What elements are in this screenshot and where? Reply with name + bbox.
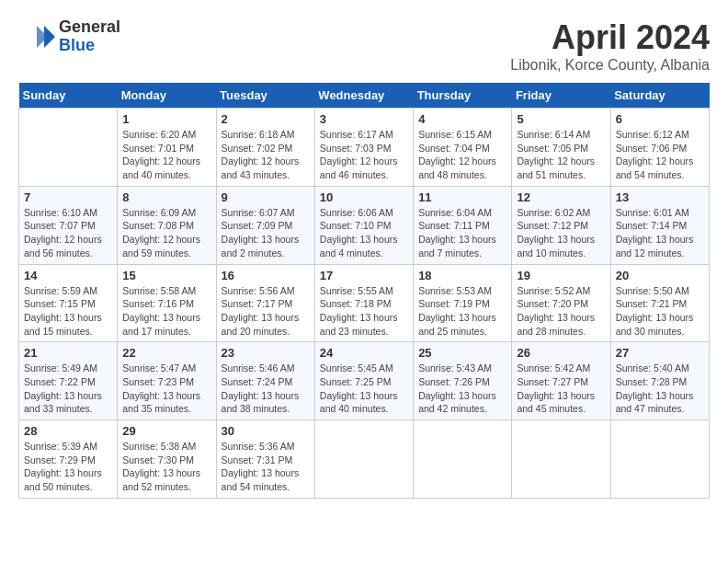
column-header-saturday: Saturday: [610, 83, 709, 109]
logo: General Blue: [18, 18, 120, 55]
day-info: Sunrise: 5:49 AM Sunset: 7:22 PM Dayligh…: [24, 362, 112, 416]
day-number: 25: [418, 346, 506, 360]
day-info: Sunrise: 5:56 AM Sunset: 7:17 PM Dayligh…: [222, 284, 310, 339]
calendar-cell: 22Sunrise: 5:47 AM Sunset: 7:23 PM Dayli…: [118, 342, 216, 420]
calendar-cell: [314, 420, 413, 499]
calendar-week-4: 21Sunrise: 5:49 AM Sunset: 7:22 PM Dayli…: [19, 342, 710, 420]
day-info: Sunrise: 6:14 AM Sunset: 7:05 PM Dayligh…: [517, 128, 605, 182]
calendar-week-5: 28Sunrise: 5:39 AM Sunset: 7:29 PM Dayli…: [19, 420, 710, 499]
page-header: General Blue April 2024 Libonik, Korce C…: [18, 18, 710, 74]
day-info: Sunrise: 6:06 AM Sunset: 7:10 PM Dayligh…: [320, 206, 408, 260]
day-info: Sunrise: 6:15 AM Sunset: 7:04 PM Dayligh…: [418, 128, 506, 182]
calendar-cell: 14Sunrise: 5:59 AM Sunset: 7:15 PM Dayli…: [19, 264, 118, 342]
day-info: Sunrise: 6:12 AM Sunset: 7:06 PM Dayligh…: [616, 128, 704, 182]
calendar-cell: 16Sunrise: 5:56 AM Sunset: 7:17 PM Dayli…: [216, 264, 314, 342]
calendar-cell: 26Sunrise: 5:42 AM Sunset: 7:27 PM Dayli…: [512, 342, 610, 420]
calendar-table: SundayMondayTuesdayWednesdayThursdayFrid…: [18, 83, 710, 499]
calendar-cell: 10Sunrise: 6:06 AM Sunset: 7:10 PM Dayli…: [314, 186, 413, 264]
logo-blue: Blue: [59, 37, 120, 55]
day-info: Sunrise: 6:20 AM Sunset: 7:01 PM Dayligh…: [122, 128, 210, 182]
calendar-cell: 17Sunrise: 5:55 AM Sunset: 7:18 PM Dayli…: [314, 264, 413, 342]
day-info: Sunrise: 5:39 AM Sunset: 7:29 PM Dayligh…: [24, 440, 112, 494]
day-number: 21: [24, 346, 112, 360]
calendar-cell: 7Sunrise: 6:10 AM Sunset: 7:07 PM Daylig…: [19, 186, 118, 264]
day-number: 19: [517, 269, 605, 282]
day-number: 14: [24, 269, 112, 282]
day-number: 29: [122, 424, 210, 438]
location: Libonik, Korce County, Albania: [510, 57, 710, 74]
day-info: Sunrise: 5:47 AM Sunset: 7:23 PM Dayligh…: [122, 362, 210, 416]
calendar-cell: [512, 420, 610, 499]
column-header-sunday: Sunday: [19, 83, 118, 109]
day-info: Sunrise: 5:50 AM Sunset: 7:21 PM Dayligh…: [616, 284, 704, 339]
calendar-cell: 24Sunrise: 5:45 AM Sunset: 7:25 PM Dayli…: [314, 342, 413, 420]
day-info: Sunrise: 6:18 AM Sunset: 7:02 PM Dayligh…: [222, 128, 310, 182]
logo-text: General Blue: [59, 18, 120, 55]
calendar-cell: 28Sunrise: 5:39 AM Sunset: 7:29 PM Dayli…: [19, 420, 118, 499]
day-number: 28: [24, 424, 112, 438]
day-number: 12: [517, 190, 605, 204]
day-number: 15: [122, 269, 210, 282]
day-info: Sunrise: 6:01 AM Sunset: 7:14 PM Dayligh…: [616, 206, 704, 260]
day-number: 13: [616, 190, 704, 204]
calendar-week-3: 14Sunrise: 5:59 AM Sunset: 7:15 PM Dayli…: [19, 264, 710, 342]
day-number: 20: [616, 269, 704, 282]
calendar-cell: 6Sunrise: 6:12 AM Sunset: 7:06 PM Daylig…: [610, 109, 709, 187]
calendar-cell: 30Sunrise: 5:36 AM Sunset: 7:31 PM Dayli…: [216, 420, 314, 499]
day-info: Sunrise: 5:45 AM Sunset: 7:25 PM Dayligh…: [320, 362, 408, 416]
day-number: 1: [122, 112, 210, 126]
calendar-cell: 12Sunrise: 6:02 AM Sunset: 7:12 PM Dayli…: [512, 186, 610, 264]
day-info: Sunrise: 5:38 AM Sunset: 7:30 PM Dayligh…: [122, 440, 210, 494]
calendar-cell: 11Sunrise: 6:04 AM Sunset: 7:11 PM Dayli…: [414, 186, 512, 264]
calendar-cell: [19, 109, 118, 187]
day-info: Sunrise: 5:58 AM Sunset: 7:16 PM Dayligh…: [122, 284, 210, 339]
calendar-cell: 5Sunrise: 6:14 AM Sunset: 7:05 PM Daylig…: [512, 109, 610, 187]
day-info: Sunrise: 6:09 AM Sunset: 7:08 PM Dayligh…: [122, 206, 210, 260]
title-block: April 2024 Libonik, Korce County, Albani…: [510, 18, 710, 74]
day-info: Sunrise: 5:53 AM Sunset: 7:19 PM Dayligh…: [418, 284, 506, 339]
calendar-cell: [610, 420, 709, 499]
day-info: Sunrise: 5:55 AM Sunset: 7:18 PM Dayligh…: [320, 284, 408, 339]
day-info: Sunrise: 5:40 AM Sunset: 7:28 PM Dayligh…: [616, 362, 704, 416]
day-info: Sunrise: 5:43 AM Sunset: 7:26 PM Dayligh…: [418, 362, 506, 416]
day-number: 24: [320, 346, 408, 360]
calendar-cell: 29Sunrise: 5:38 AM Sunset: 7:30 PM Dayli…: [118, 420, 216, 499]
day-number: 23: [222, 346, 310, 360]
column-header-tuesday: Tuesday: [216, 83, 314, 109]
calendar-cell: 3Sunrise: 6:17 AM Sunset: 7:03 PM Daylig…: [314, 109, 413, 187]
day-number: 4: [418, 112, 506, 126]
calendar-cell: 23Sunrise: 5:46 AM Sunset: 7:24 PM Dayli…: [216, 342, 314, 420]
column-header-monday: Monday: [118, 83, 216, 109]
day-number: 7: [24, 190, 112, 204]
calendar-cell: 4Sunrise: 6:15 AM Sunset: 7:04 PM Daylig…: [414, 109, 512, 187]
day-info: Sunrise: 6:02 AM Sunset: 7:12 PM Dayligh…: [517, 206, 605, 260]
calendar-week-1: 1Sunrise: 6:20 AM Sunset: 7:01 PM Daylig…: [19, 109, 710, 187]
calendar-cell: 13Sunrise: 6:01 AM Sunset: 7:14 PM Dayli…: [610, 186, 709, 264]
day-number: 27: [616, 346, 704, 360]
day-number: 2: [222, 112, 310, 126]
calendar-cell: 15Sunrise: 5:58 AM Sunset: 7:16 PM Dayli…: [118, 264, 216, 342]
day-number: 9: [222, 190, 310, 204]
calendar-cell: 18Sunrise: 5:53 AM Sunset: 7:19 PM Dayli…: [414, 264, 512, 342]
day-number: 22: [122, 346, 210, 360]
day-info: Sunrise: 5:52 AM Sunset: 7:20 PM Dayligh…: [517, 284, 605, 339]
day-info: Sunrise: 6:17 AM Sunset: 7:03 PM Dayligh…: [320, 128, 408, 182]
day-number: 18: [418, 269, 506, 282]
day-info: Sunrise: 6:04 AM Sunset: 7:11 PM Dayligh…: [418, 206, 506, 260]
calendar-cell: 1Sunrise: 6:20 AM Sunset: 7:01 PM Daylig…: [118, 109, 216, 187]
day-number: 16: [222, 269, 310, 282]
calendar-cell: 27Sunrise: 5:40 AM Sunset: 7:28 PM Dayli…: [610, 342, 709, 420]
calendar-cell: 25Sunrise: 5:43 AM Sunset: 7:26 PM Dayli…: [414, 342, 512, 420]
day-number: 6: [616, 112, 704, 126]
logo-icon: [18, 18, 55, 55]
day-info: Sunrise: 6:07 AM Sunset: 7:09 PM Dayligh…: [222, 206, 310, 260]
calendar-cell: 2Sunrise: 6:18 AM Sunset: 7:02 PM Daylig…: [216, 109, 314, 187]
month-year: April 2024: [510, 18, 710, 57]
day-number: 5: [517, 112, 605, 126]
day-info: Sunrise: 5:36 AM Sunset: 7:31 PM Dayligh…: [222, 440, 310, 494]
column-header-friday: Friday: [512, 83, 610, 109]
day-number: 17: [320, 269, 408, 282]
logo-general: General: [59, 18, 120, 37]
day-info: Sunrise: 5:59 AM Sunset: 7:15 PM Dayligh…: [24, 284, 112, 339]
column-header-wednesday: Wednesday: [314, 83, 413, 109]
